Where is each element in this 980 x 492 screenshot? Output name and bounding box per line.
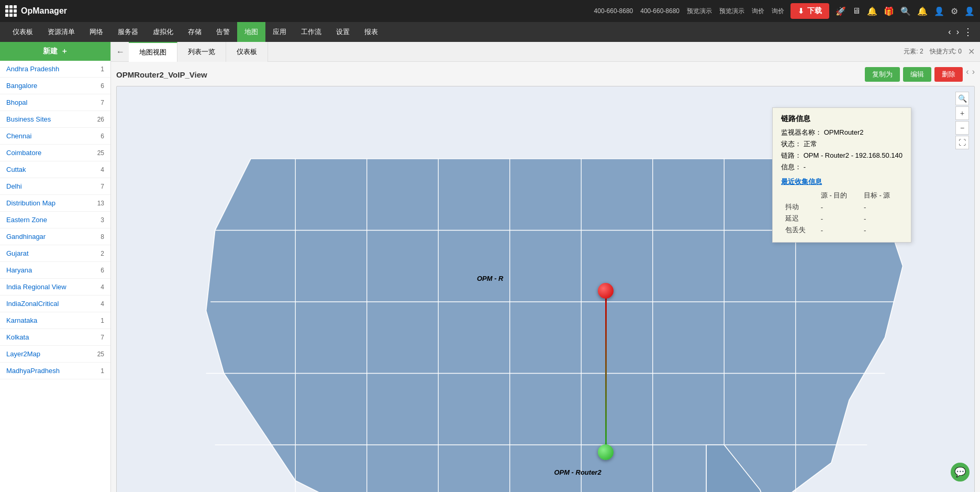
nav-item-应用[interactable]: 应用: [265, 22, 294, 42]
sidebar-item[interactable]: Bangalore6: [0, 78, 110, 94]
map-title: OPMRouter2_VoIP_View: [116, 70, 207, 79]
delete-button[interactable]: 删除: [934, 67, 963, 82]
sidebar-item[interactable]: IndiaZonalCritical4: [0, 296, 110, 312]
sidebar-item-name: Gandhinagar: [6, 233, 46, 240]
sidebar-item[interactable]: Haryana6: [0, 262, 110, 279]
download-button[interactable]: ⬇ 下载: [790, 3, 829, 19]
close-button[interactable]: ✕: [968, 47, 975, 57]
tab-列表一览[interactable]: 列表一览: [177, 42, 226, 62]
router-red[interactable]: [598, 283, 614, 299]
zoom-out-btn[interactable]: −: [955, 121, 969, 135]
fullscreen-btn[interactable]: ⛶: [955, 136, 969, 149]
nav-items: 仪表板资源清单网络服务器虚拟化存储告警地图应用工作流设置报表: [5, 22, 385, 42]
tab-地图视图[interactable]: 地图视图: [129, 42, 177, 62]
nav-prev[interactable]: ‹: [946, 27, 953, 37]
sidebar-item[interactable]: Karnataka1: [0, 312, 110, 329]
gift-icon[interactable]: 🎁: [884, 6, 894, 16]
preview-link[interactable]: 预览演示: [687, 7, 712, 16]
user-icon[interactable]: 👤: [934, 6, 944, 16]
sidebar-item[interactable]: Gandhinagar8: [0, 228, 110, 245]
sidebar-item[interactable]: Layer2Map25: [0, 346, 110, 363]
sidebar-item-name: India Regional View: [6, 283, 66, 291]
sidebar-item-count: 7: [101, 183, 104, 190]
sidebar-item[interactable]: Bhopal7: [0, 94, 110, 111]
src-cell: -: [817, 201, 860, 213]
zoom-in-btn[interactable]: +: [955, 106, 969, 120]
main-panel: ← 地图视图列表一览仪表板 元素: 2 快捷方式: 0 ✕ OPMRouter2…: [111, 42, 980, 492]
nav-item-仪表板[interactable]: 仪表板: [5, 22, 40, 42]
navbar: 仪表板资源清单网络服务器虚拟化存储告警地图应用工作流设置报表 ‹ › ⋮: [0, 22, 980, 42]
nav-more[interactable]: ⋮: [961, 26, 975, 38]
notification-icon[interactable]: 🔔: [917, 6, 928, 16]
monitor-icon[interactable]: 🖥: [852, 6, 861, 16]
nav-right-icon[interactable]: ›: [972, 67, 975, 82]
sidebar-item[interactable]: Kolkata7: [0, 329, 110, 346]
sidebar-item-name: Karnataka: [6, 316, 37, 324]
map-view[interactable]: OPM - R OPM - Router2 链路信息 监视器名称： OPMRou…: [116, 86, 975, 492]
router-green[interactable]: [598, 444, 614, 460]
sidebar-item[interactable]: India Regional View4: [0, 279, 110, 296]
sidebar-item[interactable]: Chennai6: [0, 128, 110, 145]
nav-item-告警[interactable]: 告警: [209, 22, 237, 42]
popup-row: 抖动--: [781, 201, 903, 213]
sidebar-item[interactable]: Coimbatore25: [0, 145, 110, 161]
topbar-actions: 400-660-8680 400-660-8680 预览演示 预览演示 询价 询…: [594, 7, 784, 16]
popup-title: 链路信息: [781, 114, 903, 124]
search-map-btn[interactable]: 🔍: [955, 92, 969, 105]
sidebar-item[interactable]: Distribution Map13: [0, 195, 110, 212]
router-green-dot: [598, 444, 614, 460]
col-dst: 目标 - 源: [860, 190, 903, 201]
sidebar-item-count: 25: [97, 149, 104, 157]
settings-icon[interactable]: ⚙: [951, 6, 958, 16]
sidebar-item-count: 1: [101, 65, 104, 73]
sidebar-item[interactable]: Delhi7: [0, 178, 110, 195]
nav-item-网络[interactable]: 网络: [82, 22, 110, 42]
tab-back[interactable]: ←: [116, 47, 125, 57]
sidebar-item[interactable]: Gujarat2: [0, 245, 110, 262]
sidebar-item-count: 4: [101, 283, 104, 291]
nav-item-虚拟化[interactable]: 虚拟化: [146, 22, 181, 42]
nav-item-存储[interactable]: 存储: [181, 22, 209, 42]
nav-item-服务器[interactable]: 服务器: [110, 22, 146, 42]
popup-monitor-row: 监视器名称： OPMRouter2: [781, 128, 903, 137]
tab-仪表板[interactable]: 仪表板: [226, 42, 268, 62]
sidebar-item-name: Eastern Zone: [6, 216, 47, 224]
sidebar-item-name: MadhyaPradhesh: [6, 367, 60, 375]
dst-cell: -: [860, 201, 903, 213]
sidebar-item-count: 6: [101, 267, 104, 274]
sidebar-item[interactable]: MadhyaPradhesh1: [0, 363, 110, 379]
nav-item-工作流[interactable]: 工作流: [294, 22, 329, 42]
sidebar-item-count: 4: [101, 166, 104, 173]
rocket-icon[interactable]: 🚀: [836, 6, 846, 16]
connection-line: [605, 291, 607, 452]
sidebar-item-count: 8: [101, 233, 104, 240]
new-button[interactable]: 新建 ＋: [0, 42, 110, 61]
copy-button[interactable]: 复制为: [865, 67, 900, 82]
src-cell: -: [817, 213, 860, 224]
sidebar-item-count: 4: [101, 300, 104, 308]
tabs-bar: ← 地图视图列表一览仪表板 元素: 2 快捷方式: 0 ✕: [111, 42, 980, 62]
popup-link-row: 链路： OPM - Router2 - 192.168.50.140: [781, 151, 903, 160]
preview-text[interactable]: 预览演示: [719, 7, 744, 16]
sidebar-item[interactable]: Cuttak4: [0, 161, 110, 178]
pricing-link[interactable]: 询价: [752, 7, 764, 16]
sidebar-item[interactable]: Eastern Zone3: [0, 212, 110, 228]
status-label: 状态：: [781, 140, 801, 148]
sidebar-item-count: 3: [101, 216, 104, 224]
nav-item-资源清单[interactable]: 资源清单: [40, 22, 82, 42]
search-icon[interactable]: 🔍: [900, 6, 911, 16]
chat-button[interactable]: 💬: [951, 463, 970, 482]
pricing-text[interactable]: 询价: [772, 7, 784, 16]
sidebar-item[interactable]: Business Sites26: [0, 111, 110, 128]
router-red-label: OPM - R: [477, 275, 504, 282]
sidebar-item[interactable]: Andhra Pradeshh1: [0, 61, 110, 78]
nav-item-报表[interactable]: 报表: [357, 22, 385, 42]
nav-item-地图[interactable]: 地图: [237, 22, 265, 42]
nav-item-设置[interactable]: 设置: [329, 22, 357, 42]
nav-left-icon[interactable]: ‹: [966, 67, 968, 82]
nav-next[interactable]: ›: [954, 27, 961, 37]
bell-icon[interactable]: 🔔: [867, 6, 877, 16]
download-icon: ⬇: [798, 7, 804, 15]
account-icon[interactable]: 👤: [964, 6, 975, 16]
edit-button[interactable]: 编辑: [903, 67, 931, 82]
